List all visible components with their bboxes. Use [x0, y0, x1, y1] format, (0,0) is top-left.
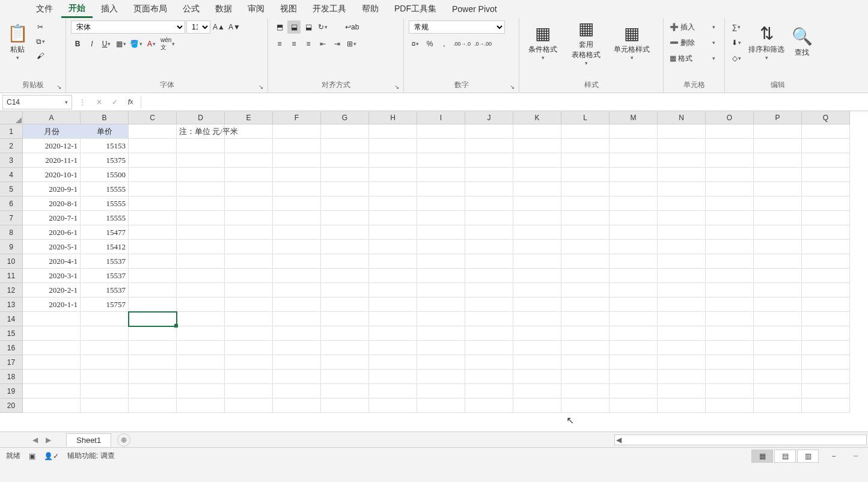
cell-H8[interactable]: [369, 225, 417, 240]
cell-E11[interactable]: [225, 269, 273, 283]
cell-G2[interactable]: [321, 139, 369, 153]
font-name-select[interactable]: 宋体: [71, 20, 185, 34]
cell-B10[interactable]: 15537: [81, 254, 129, 269]
cell-N18[interactable]: [658, 370, 706, 384]
cell-K18[interactable]: [513, 370, 561, 384]
cell-I11[interactable]: [417, 269, 465, 283]
cell-L9[interactable]: [561, 240, 610, 254]
cell-I17[interactable]: [417, 355, 465, 370]
cell-styles-button[interactable]: ▦ 单元格样式▾: [611, 20, 653, 64]
cell-N8[interactable]: [658, 225, 706, 240]
cell-C7[interactable]: [129, 211, 177, 225]
cell-I9[interactable]: [417, 240, 465, 254]
cell-B19[interactable]: [81, 384, 129, 398]
cell-M9[interactable]: [610, 240, 658, 254]
cell-P16[interactable]: [754, 341, 802, 355]
cell-L4[interactable]: [561, 168, 610, 182]
cell-H4[interactable]: [369, 168, 417, 182]
formula-input[interactable]: [145, 95, 866, 109]
col-header[interactable]: M: [610, 111, 658, 124]
cell-G18[interactable]: [321, 370, 369, 384]
cell-D19[interactable]: [177, 384, 225, 398]
col-header[interactable]: I: [417, 111, 465, 124]
cell-N12[interactable]: [658, 283, 706, 297]
cell-C17[interactable]: [129, 355, 177, 370]
cell-P3[interactable]: [754, 153, 802, 168]
cell-D10[interactable]: [177, 254, 225, 269]
ribbon-tab-0[interactable]: 文件: [29, 1, 60, 17]
cell-I13[interactable]: [417, 297, 465, 312]
cell-L14[interactable]: [561, 312, 610, 326]
autosum-button[interactable]: ∑▾: [730, 20, 743, 34]
cell-F8[interactable]: [273, 225, 321, 240]
cell-E19[interactable]: [225, 384, 273, 398]
cell-A12[interactable]: 2020-2-1: [23, 283, 81, 297]
cell-E14[interactable]: [225, 312, 273, 326]
cell-G10[interactable]: [321, 254, 369, 269]
cell-C14[interactable]: [129, 312, 177, 326]
row-header[interactable]: 2: [0, 139, 23, 153]
cell-Q8[interactable]: [802, 225, 850, 240]
cell-L7[interactable]: [561, 211, 610, 225]
cell-I12[interactable]: [417, 283, 465, 297]
cell-A5[interactable]: 2020-9-1: [23, 182, 81, 197]
cell-H16[interactable]: [369, 341, 417, 355]
cell-J13[interactable]: [465, 297, 513, 312]
cell-C19[interactable]: [129, 384, 177, 398]
col-header[interactable]: P: [754, 111, 802, 124]
cell-O17[interactable]: [706, 355, 754, 370]
cell-G16[interactable]: [321, 341, 369, 355]
cell-D14[interactable]: [177, 312, 225, 326]
cell-C10[interactable]: [129, 254, 177, 269]
comma-button[interactable]: ,: [438, 37, 451, 50]
cell-F16[interactable]: [273, 341, 321, 355]
cell-G5[interactable]: [321, 182, 369, 197]
select-all-corner[interactable]: [0, 111, 23, 124]
accessibility-icon[interactable]: 👤✓: [44, 452, 59, 460]
cell-L18[interactable]: [561, 370, 610, 384]
cell-J5[interactable]: [465, 182, 513, 197]
cell-D20[interactable]: [177, 398, 225, 413]
cell-K15[interactable]: [513, 326, 561, 341]
cell-G19[interactable]: [321, 384, 369, 398]
decrease-decimal-button[interactable]: .0→.00: [473, 37, 493, 50]
cell-I10[interactable]: [417, 254, 465, 269]
underline-button[interactable]: U▾: [100, 37, 113, 50]
cell-I15[interactable]: [417, 326, 465, 341]
cell-O2[interactable]: [706, 139, 754, 153]
cancel-formula-button[interactable]: ✕: [93, 96, 106, 109]
row-header[interactable]: 6: [0, 197, 23, 211]
cells-area[interactable]: 月份单价注：单位 元/平米2020-12-1151532020-11-11537…: [23, 124, 850, 413]
cut-button[interactable]: ✂: [34, 20, 47, 34]
cell-I16[interactable]: [417, 341, 465, 355]
cell-B17[interactable]: [81, 355, 129, 370]
cell-K13[interactable]: [513, 297, 561, 312]
col-header[interactable]: L: [561, 111, 610, 124]
find-select-button[interactable]: 🔍 查找: [790, 20, 814, 64]
cell-E10[interactable]: [225, 254, 273, 269]
cell-P4[interactable]: [754, 168, 802, 182]
cell-C16[interactable]: [129, 341, 177, 355]
cell-P18[interactable]: [754, 370, 802, 384]
cell-K19[interactable]: [513, 384, 561, 398]
cell-Q2[interactable]: [802, 139, 850, 153]
cell-P14[interactable]: [754, 312, 802, 326]
cell-M7[interactable]: [610, 211, 658, 225]
cell-M16[interactable]: [610, 341, 658, 355]
ribbon-tab-6[interactable]: 审阅: [240, 1, 272, 17]
cell-B15[interactable]: [81, 326, 129, 341]
cell-J10[interactable]: [465, 254, 513, 269]
copy-button[interactable]: ⧉▾: [34, 35, 47, 48]
cell-C4[interactable]: [129, 168, 177, 182]
cell-P8[interactable]: [754, 225, 802, 240]
cell-C6[interactable]: [129, 197, 177, 211]
cell-J7[interactable]: [465, 211, 513, 225]
horizontal-scrollbar[interactable]: ◀: [614, 435, 867, 445]
row-header[interactable]: 18: [0, 370, 23, 384]
cell-A20[interactable]: [23, 398, 81, 413]
increase-indent-button[interactable]: ⇥: [331, 37, 344, 50]
cell-J2[interactable]: [465, 139, 513, 153]
paste-button[interactable]: 📋 粘贴 ▾: [5, 20, 30, 64]
cell-H11[interactable]: [369, 269, 417, 283]
cell-F9[interactable]: [273, 240, 321, 254]
